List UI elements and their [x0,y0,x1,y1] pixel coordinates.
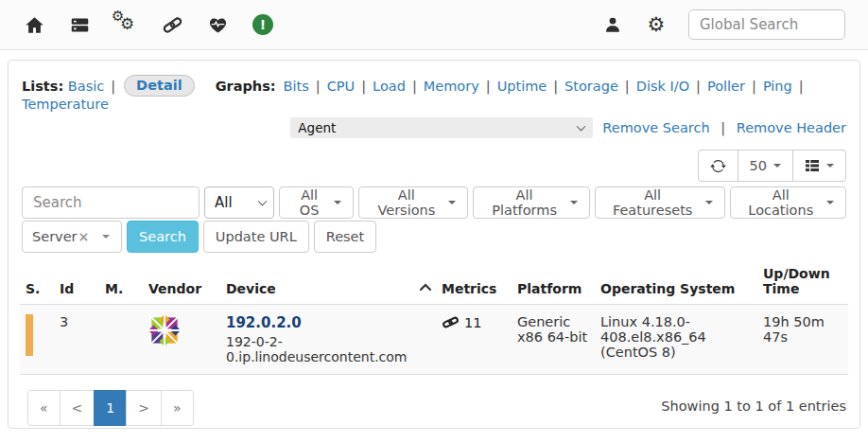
refresh-icon [710,158,726,174]
devices-panel: Lists: Basic | Detail Graphs: Bits | CPU… [8,60,860,429]
global-search-input[interactable] [688,9,845,40]
graph-link-diskio[interactable]: Disk I/O [636,79,689,94]
settings-gear-icon[interactable]: ⚙ [645,13,668,36]
all-os-dropdown[interactable]: All OS [279,186,354,219]
page-size-dropdown[interactable]: 50 [738,150,793,182]
lists-graphs-row: Lists: Basic | Detail Graphs: Bits | CPU… [22,75,846,112]
separator: | [799,79,804,94]
graph-link-uptime[interactable]: Uptime [497,79,547,94]
col-device[interactable]: Device [220,258,436,305]
ports-link-icon[interactable] [161,13,183,36]
search-input[interactable] [22,186,200,219]
link-chain-icon [442,314,460,330]
status-warning-bar [26,314,33,356]
services-icon[interactable]: ⚙ ⚙ [113,13,138,36]
reset-button[interactable]: Reset [314,221,377,253]
reset-label: Reset [326,229,365,244]
agent-select[interactable]: Agent [290,117,593,138]
list-view-icon [805,158,820,173]
device-hostname: 192-0-2-0.ip.linodeusercontent.com [226,334,430,364]
graph-link-load[interactable]: Load [373,79,406,94]
separator: | [361,79,366,94]
table-footer: « < 1 > » Showing 1 to 1 of 1 entries [9,375,859,426]
refresh-button[interactable] [698,150,738,182]
alerts-icon[interactable]: ! [252,13,274,36]
metrics-link[interactable]: 11 [442,314,481,330]
agent-row: Agent Remove Search | Remove Header [22,117,846,138]
metrics-count: 11 [464,315,481,330]
page-next-button[interactable]: > [126,390,162,426]
col-os[interactable]: Operating System [595,258,757,305]
devices-table-wrap: S. Id M. Vendor Device Metrics Platform … [9,255,859,375]
list-mode-basic[interactable]: Basic [68,79,104,94]
separator: | [752,79,756,94]
separator: | [111,79,115,94]
col-maintenance[interactable]: M. [99,258,143,305]
metrics-cell: 11 [436,305,512,375]
sort-ascending-icon [419,279,432,294]
remove-search-link[interactable]: Remove Search [602,120,709,135]
col-metrics[interactable]: Metrics [436,258,512,305]
top-navbar: ⚙ ⚙ ! ⚙ [0,0,868,50]
col-updown-time[interactable]: Up/Down Time [757,258,848,305]
col-id[interactable]: Id [54,258,99,305]
caret-down-icon [570,201,578,204]
page-first-button[interactable]: « [27,390,61,426]
table-header-row: S. Id M. Vendor Device Metrics Platform … [20,258,848,305]
caret-down-icon [705,201,713,204]
graph-link-storage[interactable]: Storage [564,79,618,94]
all-platforms-label: All Platforms [485,187,563,218]
graph-link-temperature[interactable]: Temperature [22,97,109,112]
page-last-button[interactable]: » [161,390,194,426]
graph-link-poller[interactable]: Poller [707,79,745,94]
graph-link-memory[interactable]: Memory [424,79,479,94]
all-featuresets-label: All Featuresets [607,187,699,218]
graph-link-bits[interactable]: Bits [284,79,309,94]
caret-down-icon [773,164,781,168]
entries-summary: Showing 1 to 1 of 1 entries [661,399,846,414]
all-locations-dropdown[interactable]: All Locations [730,186,846,219]
home-icon[interactable] [23,13,45,36]
device-type-multiselect[interactable]: Server × [22,221,122,253]
vendor-cell [143,305,220,375]
col-platform[interactable]: Platform [512,258,595,305]
filter-row-1: All All OS All Versions All Platforms Al… [22,186,846,219]
devices-icon[interactable] [68,13,91,36]
device-link[interactable]: 192.0.2.0 [226,314,430,331]
separator: | [316,79,321,94]
col-status[interactable]: S. [20,258,54,305]
lists-label: Lists: [22,79,63,94]
type-select[interactable]: All [204,186,274,219]
uptime-cell: 19h 50m 47s [757,305,848,375]
graph-link-cpu[interactable]: CPU [327,79,355,94]
remove-tag-icon[interactable]: × [78,229,90,244]
device-type-tag: Server [32,229,78,244]
all-versions-label: All Versions [371,187,442,218]
header-actions: Remove Search | Remove Header [602,120,846,135]
view-columns-dropdown[interactable] [792,150,846,182]
graph-link-ping[interactable]: Ping [763,79,792,94]
page-size-value: 50 [750,158,767,173]
list-mode-detail[interactable]: Detail [124,75,195,97]
all-platforms-dropdown[interactable]: All Platforms [473,186,589,219]
devices-table: S. Id M. Vendor Device Metrics Platform … [20,258,848,375]
separator: | [486,79,491,94]
page-1-button[interactable]: 1 [94,390,127,426]
page-prev-button[interactable]: < [60,390,95,426]
caret-down-icon [448,201,456,204]
gear-icon: ⚙ [120,16,134,32]
separator: | [553,79,558,94]
remove-header-link[interactable]: Remove Header [737,120,846,135]
panel-heading: Lists: Basic | Detail Graphs: Bits | CPU… [9,61,859,148]
navbar-right: ⚙ [601,9,845,40]
user-icon[interactable] [601,13,624,36]
pagination: « < 1 > » [27,390,194,426]
separator: | [625,79,630,94]
centos-vendor-icon[interactable] [148,314,181,349]
update-url-button[interactable]: Update URL [203,221,309,253]
search-button[interactable]: Search [127,221,199,253]
health-heartbeat-icon[interactable] [206,13,229,36]
col-vendor[interactable]: Vendor [143,258,220,305]
all-versions-dropdown[interactable]: All Versions [358,186,468,219]
all-featuresets-dropdown[interactable]: All Featuresets [595,186,725,219]
